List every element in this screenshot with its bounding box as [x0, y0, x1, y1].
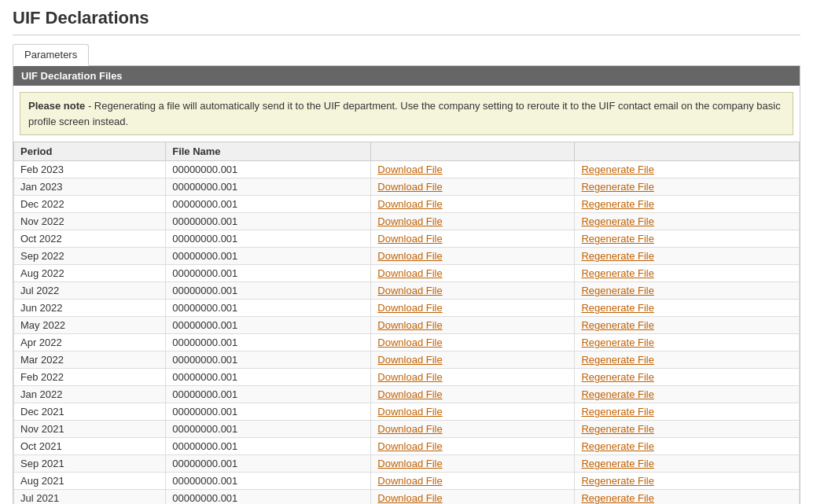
- regenerate-file-link[interactable]: Regenerate File: [581, 475, 654, 487]
- cell-period: Apr 2022: [14, 334, 166, 351]
- regenerate-file-link[interactable]: Regenerate File: [581, 181, 654, 193]
- cell-filename: 00000000.001: [166, 421, 371, 438]
- cell-filename: 00000000.001: [166, 300, 371, 317]
- regenerate-file-link[interactable]: Regenerate File: [581, 319, 654, 331]
- download-file-link[interactable]: Download File: [377, 492, 442, 504]
- cell-filename: 00000000.001: [166, 473, 371, 490]
- regenerate-file-link[interactable]: Regenerate File: [581, 337, 654, 348]
- regenerate-file-link[interactable]: Regenerate File: [581, 492, 654, 504]
- cell-download: Download File: [371, 282, 575, 300]
- parameters-tab[interactable]: Parameters: [13, 44, 89, 66]
- cell-regenerate: Regenerate File: [575, 161, 800, 178]
- table-body: Feb 202300000000.001Download FileRegener…: [14, 161, 800, 505]
- table-row: Oct 202100000000.001Download FileRegener…: [14, 438, 800, 455]
- cell-filename: 00000000.001: [166, 213, 371, 230]
- cell-regenerate: Regenerate File: [575, 438, 800, 455]
- cell-filename: 00000000.001: [166, 386, 371, 403]
- cell-regenerate: Regenerate File: [575, 300, 800, 317]
- regenerate-file-link[interactable]: Regenerate File: [581, 250, 654, 262]
- cell-regenerate: Regenerate File: [575, 490, 800, 505]
- cell-filename: 00000000.001: [166, 161, 371, 178]
- cell-filename: 00000000.001: [166, 403, 371, 421]
- table-row: Jul 202200000000.001Download FileRegener…: [14, 282, 800, 300]
- download-file-link[interactable]: Download File: [377, 215, 442, 227]
- regenerate-file-link[interactable]: Regenerate File: [581, 302, 654, 314]
- download-file-link[interactable]: Download File: [377, 423, 442, 435]
- download-file-link[interactable]: Download File: [377, 458, 442, 469]
- cell-filename: 00000000.001: [166, 438, 371, 455]
- cell-filename: 00000000.001: [166, 248, 371, 265]
- declarations-table: Period File Name Feb 202300000000.001Dow…: [13, 142, 800, 504]
- download-file-link[interactable]: Download File: [377, 302, 442, 314]
- cell-filename: 00000000.001: [166, 282, 371, 300]
- cell-regenerate: Regenerate File: [575, 473, 800, 490]
- regenerate-file-link[interactable]: Regenerate File: [581, 198, 654, 210]
- cell-filename: 00000000.001: [166, 455, 371, 473]
- regenerate-file-link[interactable]: Regenerate File: [581, 406, 654, 418]
- table-header: Period File Name: [14, 142, 800, 161]
- cell-regenerate: Regenerate File: [575, 386, 800, 403]
- cell-download: Download File: [371, 386, 575, 403]
- cell-download: Download File: [371, 490, 575, 505]
- cell-period: Sep 2021: [14, 455, 166, 473]
- cell-download: Download File: [371, 317, 575, 334]
- regenerate-file-link[interactable]: Regenerate File: [581, 215, 654, 227]
- download-file-link[interactable]: Download File: [377, 285, 442, 296]
- regenerate-file-link[interactable]: Regenerate File: [581, 440, 654, 452]
- download-file-link[interactable]: Download File: [377, 164, 442, 175]
- download-file-link[interactable]: Download File: [377, 371, 442, 383]
- download-file-link[interactable]: Download File: [377, 250, 442, 262]
- regenerate-file-link[interactable]: Regenerate File: [581, 267, 654, 279]
- page-title: UIF Declarations: [13, 8, 800, 35]
- cell-regenerate: Regenerate File: [575, 282, 800, 300]
- table-row: Mar 202200000000.001Download FileRegener…: [14, 351, 800, 369]
- regenerate-file-link[interactable]: Regenerate File: [581, 423, 654, 435]
- download-file-link[interactable]: Download File: [377, 475, 442, 487]
- regenerate-file-link[interactable]: Regenerate File: [581, 388, 654, 400]
- download-file-link[interactable]: Download File: [377, 181, 442, 193]
- download-file-link[interactable]: Download File: [377, 198, 442, 210]
- regenerate-file-link[interactable]: Regenerate File: [581, 164, 654, 175]
- table-row: Aug 202200000000.001Download FileRegener…: [14, 265, 800, 282]
- table-row: Jun 202200000000.001Download FileRegener…: [14, 300, 800, 317]
- cell-period: Nov 2021: [14, 421, 166, 438]
- cell-regenerate: Regenerate File: [575, 369, 800, 386]
- cell-regenerate: Regenerate File: [575, 317, 800, 334]
- cell-regenerate: Regenerate File: [575, 455, 800, 473]
- col-download-header: [371, 142, 575, 161]
- download-file-link[interactable]: Download File: [377, 319, 442, 331]
- table-row: Oct 202200000000.001Download FileRegener…: [14, 230, 800, 248]
- cell-regenerate: Regenerate File: [575, 265, 800, 282]
- table-row: Jan 202200000000.001Download FileRegener…: [14, 386, 800, 403]
- table-row: Jan 202300000000.001Download FileRegener…: [14, 178, 800, 196]
- download-file-link[interactable]: Download File: [377, 233, 442, 245]
- cell-regenerate: Regenerate File: [575, 248, 800, 265]
- download-file-link[interactable]: Download File: [377, 440, 442, 452]
- table-row: Sep 202100000000.001Download FileRegener…: [14, 455, 800, 473]
- cell-download: Download File: [371, 300, 575, 317]
- regenerate-file-link[interactable]: Regenerate File: [581, 371, 654, 383]
- cell-period: Jul 2022: [14, 282, 166, 300]
- download-file-link[interactable]: Download File: [377, 406, 442, 418]
- cell-period: Dec 2021: [14, 403, 166, 421]
- regenerate-file-link[interactable]: Regenerate File: [581, 233, 654, 245]
- main-panel: UIF Declaration Files Please note - Rege…: [13, 66, 800, 504]
- cell-filename: 00000000.001: [166, 196, 371, 213]
- table-row: May 202200000000.001Download FileRegener…: [14, 317, 800, 334]
- cell-period: Mar 2022: [14, 351, 166, 369]
- download-file-link[interactable]: Download File: [377, 337, 442, 348]
- regenerate-file-link[interactable]: Regenerate File: [581, 354, 654, 366]
- regenerate-file-link[interactable]: Regenerate File: [581, 458, 654, 469]
- cell-filename: 00000000.001: [166, 317, 371, 334]
- table-row: Sep 202200000000.001Download FileRegener…: [14, 248, 800, 265]
- cell-filename: 00000000.001: [166, 369, 371, 386]
- cell-download: Download File: [371, 455, 575, 473]
- download-file-link[interactable]: Download File: [377, 267, 442, 279]
- cell-download: Download File: [371, 265, 575, 282]
- col-filename: File Name: [166, 142, 371, 161]
- download-file-link[interactable]: Download File: [377, 388, 442, 400]
- regenerate-file-link[interactable]: Regenerate File: [581, 285, 654, 296]
- cell-filename: 00000000.001: [166, 334, 371, 351]
- cell-period: Sep 2022: [14, 248, 166, 265]
- download-file-link[interactable]: Download File: [377, 354, 442, 366]
